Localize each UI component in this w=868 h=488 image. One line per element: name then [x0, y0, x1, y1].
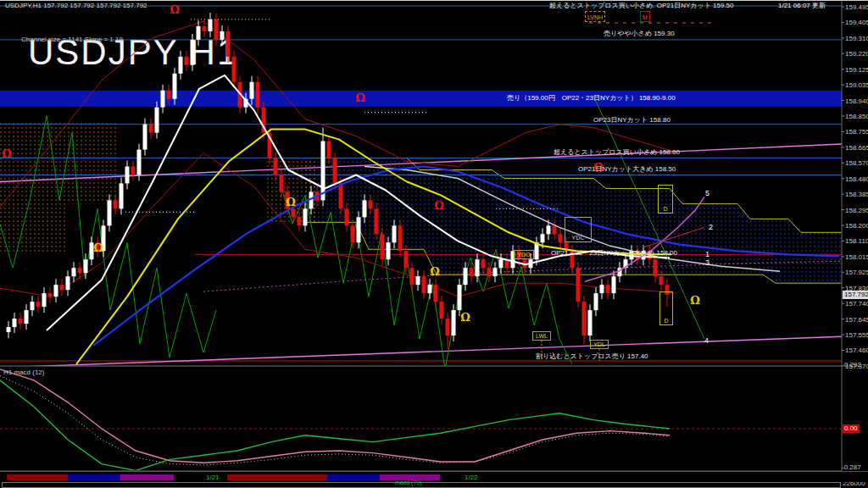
- wave-number: 5: [705, 189, 709, 197]
- price-tick: 157.740: [845, 300, 868, 308]
- candle-body: [298, 217, 302, 225]
- macd-main-line: [0, 380, 670, 471]
- candle-body: [173, 74, 177, 99]
- candle-body: [369, 200, 373, 208]
- candle-body: [137, 150, 142, 175]
- candle-body: [375, 208, 379, 234]
- session-segment: [327, 474, 380, 480]
- candle-body: [553, 225, 557, 234]
- price-tick: 158.480: [845, 175, 868, 183]
- candle-body: [114, 200, 118, 208]
- candle-body: [351, 225, 355, 242]
- annotation-stop-buy-15950: 超えるとストップロス買い小さめ. OP21日NYカット 159.50: [549, 1, 734, 10]
- tag-d-upper[interactable]: D: [658, 185, 673, 214]
- candle-body: [464, 268, 468, 285]
- wave-number: 3: [705, 258, 709, 267]
- tag-lwl[interactable]: LWL: [532, 331, 551, 341]
- candle-body: [19, 319, 23, 324]
- annotation-sell-band-15890: 売り（159.00円 OP22・23日NYカット） 158.90-9.00: [507, 93, 676, 103]
- price-tick: 158.110: [845, 237, 868, 245]
- candle-body: [78, 268, 82, 273]
- date-label: 1/22: [465, 474, 478, 481]
- candle-body: [600, 285, 604, 293]
- price-tick: 158.200: [845, 222, 868, 230]
- chart-canvas[interactable]: ΩΩΩΩΩΩΩΩΩΩ52134: [0, 0, 868, 488]
- candle-body: [42, 293, 47, 307]
- candle-body: [410, 268, 415, 285]
- tag-ydc[interactable]: YDC: [565, 217, 592, 242]
- collapsed-indicator-label: macd (79): [395, 480, 422, 485]
- candle-body: [191, 40, 195, 65]
- tag-ydo[interactable]: YDO: [514, 250, 534, 259]
- candle-body: [274, 158, 278, 175]
- annotation-op-15800: OP21・22・23日NYカット大きめ 158.00: [551, 248, 677, 258]
- candle-body: [327, 141, 331, 158]
- candle-body: [280, 175, 284, 192]
- candle-body: [167, 91, 171, 99]
- omega-marker: Ω: [93, 241, 103, 254]
- mt4-chart-window: USDJPY H1 ΩΩΩΩΩΩΩΩΩΩ52134 USDJPY,H1 157.…: [0, 0, 868, 488]
- session-segment: [68, 474, 120, 480]
- candle-body: [321, 141, 326, 201]
- omega-marker: Ω: [690, 294, 700, 307]
- candle-body: [36, 302, 41, 307]
- candle-body: [149, 125, 153, 133]
- candle-body: [535, 242, 539, 259]
- candle-body: [487, 268, 492, 276]
- time-axis[interactable]: 1/211/22: [0, 471, 868, 482]
- candle-body: [155, 108, 159, 133]
- candle-body: [440, 302, 444, 319]
- candle-body: [499, 259, 504, 268]
- candle-body: [588, 310, 593, 336]
- annotation-stop-sell-15740: 割り込むとストップロス売り 157.40: [536, 352, 648, 361]
- price-tick: 158.015: [845, 253, 868, 261]
- price-tick: 159.125: [845, 66, 868, 74]
- macd-pane[interactable]: [0, 369, 842, 471]
- macd-signal-line: [0, 369, 670, 463]
- candle-body: [541, 234, 545, 242]
- tag-ydl[interactable]: YDL: [590, 340, 609, 349]
- macd-axis-top: 0.292: [844, 361, 861, 369]
- session-segment: [227, 474, 327, 480]
- candle-body: [422, 276, 426, 293]
- candle-body: [209, 19, 213, 31]
- candle-body: [654, 259, 658, 276]
- price-tick: 158.295: [845, 207, 868, 214]
- candle-body: [220, 31, 225, 40]
- annotation-op-15880: OP23日NYカット 158.80: [593, 115, 670, 125]
- candle-body: [292, 208, 296, 217]
- candle-body: [659, 276, 664, 285]
- candle-body: [203, 26, 207, 31]
- candle-body: [446, 319, 450, 336]
- candle-body: [392, 225, 397, 242]
- candle-body: [398, 225, 403, 251]
- candle-body: [612, 276, 616, 293]
- price-tick: 159.220: [845, 50, 868, 58]
- session-segment: [120, 474, 174, 480]
- price-tick: 159.035: [845, 81, 868, 89]
- candle-body: [84, 259, 88, 273]
- candle-body: [434, 285, 438, 302]
- candle-body: [416, 276, 420, 285]
- candle-body: [493, 268, 498, 276]
- price-tick: 157.555: [845, 331, 868, 339]
- candle-body: [54, 285, 58, 297]
- date-label: 1/21: [206, 474, 220, 481]
- candle-body: [452, 310, 456, 336]
- candle-body: [428, 285, 432, 293]
- candle-body: [476, 259, 480, 276]
- tag-m[interactable]: M: [640, 11, 650, 22]
- candle-body: [303, 208, 308, 225]
- tag-d-lower[interactable]: D: [659, 291, 673, 325]
- current-price-box: 157.792: [843, 291, 868, 299]
- tag-lvnh[interactable]: LVNH: [585, 11, 605, 22]
- main-pane[interactable]: ΩΩΩΩΩΩΩΩΩΩ52134: [0, 3, 868, 369]
- price-tick: 159.405: [845, 19, 868, 26]
- candle-body: [333, 158, 337, 184]
- candle-body: [25, 310, 29, 324]
- macd-signal-dotted: [0, 376, 670, 465]
- candle-body: [387, 242, 391, 259]
- candle-body: [66, 276, 70, 290]
- price-tick: 158.385: [845, 191, 868, 198]
- price-tick: 157.925: [845, 269, 868, 276]
